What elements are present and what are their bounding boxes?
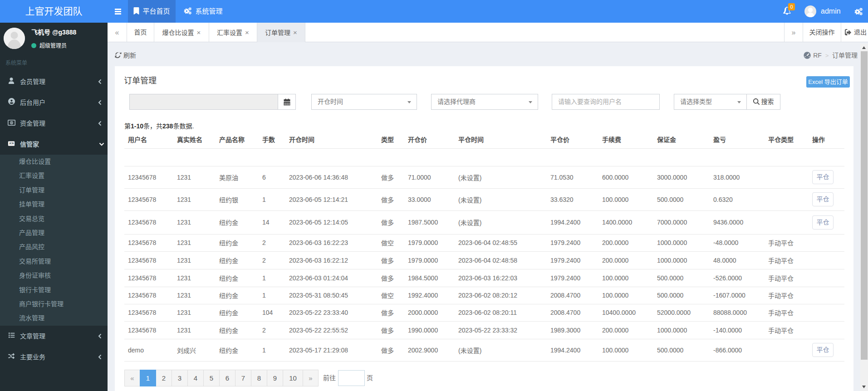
svg-text:JCB: JCB	[9, 142, 14, 145]
